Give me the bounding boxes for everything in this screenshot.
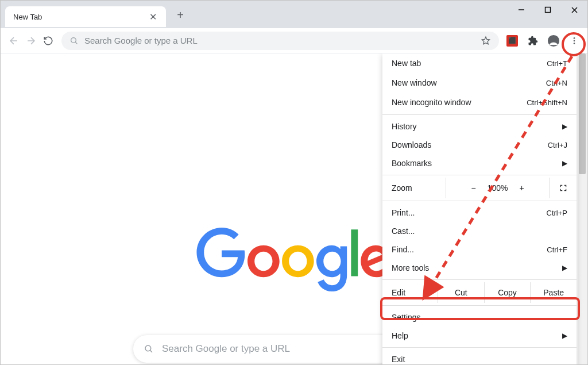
menu-new-tab[interactable]: New tabCtrl+T [382, 53, 577, 73]
menu-print[interactable]: Print...Ctrl+P [382, 203, 577, 222]
scrollbar-track[interactable] [578, 53, 587, 364]
menu-bookmarks[interactable]: Bookmarks▶ [382, 154, 577, 172]
search-placeholder: Search Google or type a URL [162, 343, 290, 355]
svg-point-9 [574, 40, 575, 41]
menu-downloads[interactable]: DownloadsCtrl+J [382, 136, 577, 154]
tab-close-icon[interactable]: ✕ [146, 10, 160, 24]
chevron-right-icon: ▶ [562, 332, 567, 340]
back-button[interactable] [5, 32, 22, 49]
new-tab-button[interactable]: + [172, 6, 189, 24]
maximize-button[interactable] [535, 1, 561, 19]
browser-tab[interactable]: New Tab ✕ [5, 6, 166, 27]
svg-rect-1 [546, 7, 551, 13]
menu-separator [382, 201, 577, 201]
menu-exit[interactable]: Exit [382, 350, 577, 364]
chrome-menu: New tabCtrl+T New windowCtrl+N New incog… [382, 53, 577, 364]
menu-copy[interactable]: Copy [484, 282, 531, 303]
menu-cast[interactable]: Cast... [382, 222, 577, 240]
forward-button[interactable] [22, 32, 40, 49]
omnibox[interactable]: Search Google or type a URL [61, 32, 499, 50]
svg-point-11 [145, 345, 151, 351]
star-icon[interactable] [481, 36, 491, 46]
zoom-out-button[interactable]: − [471, 183, 475, 193]
toolbar: Search Google or type a URL ⬛ [1, 28, 587, 53]
menu-more-tools[interactable]: More tools▶ [382, 259, 577, 277]
menu-paste[interactable]: Paste [530, 282, 577, 303]
window-controls [508, 1, 587, 19]
menu-zoom: Zoom − 100% + [382, 178, 577, 198]
zoom-value: 100% [488, 183, 508, 193]
page-content: Search Google or type a URL New tabCtrl+… [1, 53, 587, 364]
extension-icon[interactable]: ⬛ [504, 32, 521, 49]
svg-point-8 [574, 37, 575, 39]
menu-incognito[interactable]: New incognito windowCtrl+Shift+N [382, 93, 577, 112]
omnibox-placeholder: Search Google or type a URL [84, 36, 481, 45]
search-icon [69, 36, 79, 45]
google-logo [196, 226, 392, 295]
menu-button[interactable] [566, 32, 583, 49]
svg-line-12 [150, 350, 152, 352]
minimize-button[interactable] [508, 1, 535, 19]
chevron-right-icon: ▶ [562, 264, 567, 272]
menu-help[interactable]: Help▶ [382, 326, 577, 345]
profile-avatar-icon[interactable] [545, 32, 562, 49]
menu-separator [382, 305, 577, 306]
search-icon [144, 344, 154, 354]
svg-point-4 [71, 37, 76, 43]
titlebar: New Tab ✕ + [1, 1, 587, 28]
menu-settings[interactable]: Settings [382, 308, 577, 326]
svg-point-7 [551, 37, 555, 41]
menu-edit-row: Edit Cut Copy Paste [382, 282, 577, 303]
svg-line-5 [75, 42, 77, 44]
svg-point-10 [574, 43, 575, 44]
menu-history[interactable]: History▶ [382, 117, 577, 136]
menu-separator [382, 347, 577, 348]
chevron-right-icon: ▶ [562, 159, 567, 167]
tab-title: New Tab [13, 13, 146, 21]
chevron-right-icon: ▶ [562, 122, 567, 130]
menu-separator [382, 279, 577, 280]
menu-separator [382, 114, 577, 115]
extensions-puzzle-icon[interactable] [524, 32, 541, 49]
fullscreen-button[interactable] [549, 178, 577, 198]
reload-button[interactable] [40, 32, 57, 49]
scrollbar-thumb[interactable] [579, 53, 586, 174]
menu-cut[interactable]: Cut [438, 282, 484, 303]
zoom-in-button[interactable]: + [519, 183, 524, 193]
menu-new-window[interactable]: New windowCtrl+N [382, 73, 577, 93]
menu-find[interactable]: Find...Ctrl+F [382, 240, 577, 259]
close-window-button[interactable] [561, 1, 587, 19]
menu-separator [382, 175, 577, 175]
